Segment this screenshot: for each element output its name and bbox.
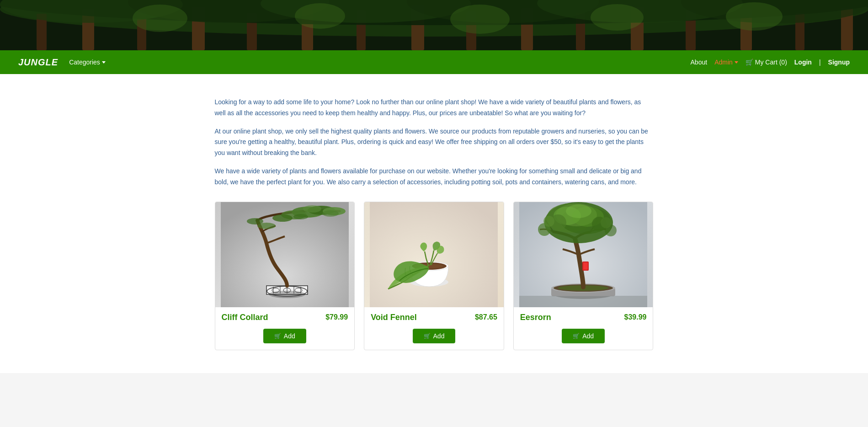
chevron-down-icon [102,61,106,64]
cart-label: My Cart (0) [755,59,787,66]
svg-point-47 [303,205,321,213]
svg-point-39 [269,291,305,298]
product-footer: 🛒 Add [215,326,355,350]
svg-point-28 [591,4,644,31]
plant-image-cliff-collard [215,202,355,307]
add-to-cart-button[interactable]: 🛒 Add [263,329,306,343]
admin-label: Admin [714,59,733,66]
product-card: Eesrorn $39.99 🛒 Add [513,202,654,350]
navbar-right: About Admin 🛒 My Cart (0) Login | Signup [691,59,850,66]
add-to-cart-button[interactable]: 🛒 Add [562,329,605,343]
svg-point-44 [272,214,293,222]
product-price: $79.99 [325,313,348,321]
cart-icon: 🛒 [424,333,431,339]
add-label: Add [582,332,594,340]
login-link[interactable]: Login [794,59,812,66]
svg-point-49 [293,214,308,219]
svg-point-27 [450,5,510,34]
product-footer: 🛒 Add [514,326,653,350]
product-footer: 🛒 Add [364,326,504,350]
svg-point-26 [295,3,345,29]
product-name: Void Fennel [371,313,417,322]
chevron-down-icon [735,61,738,64]
admin-dropdown[interactable]: Admin [714,59,738,66]
product-info: Void Fennel $87.65 [364,307,504,326]
nav-divider: | [819,59,821,66]
product-name: Eesrorn [520,313,551,322]
brand-logo[interactable]: JUNGLE [18,57,58,68]
hero-banner [0,0,868,50]
categories-label: Categories [69,59,100,66]
svg-point-78 [601,217,612,228]
svg-point-48 [322,210,339,217]
products-section: Cliff Collard $79.99 🛒 Add [215,202,654,350]
cart-link[interactable]: 🛒 My Cart (0) [746,59,787,66]
svg-point-77 [543,216,554,227]
products-grid: Cliff Collard $79.99 🛒 Add [215,202,654,350]
svg-point-46 [247,218,263,224]
plant-image-eesrorn [514,202,653,307]
svg-rect-63 [519,296,647,307]
add-label: Add [284,332,295,340]
product-image-container [514,202,653,307]
svg-point-72 [566,204,591,218]
product-price: $39.99 [624,313,647,321]
add-to-cart-button[interactable]: 🛒 Add [413,329,456,343]
intro-paragraph-3: We have a wide variety of plants and flo… [215,166,654,188]
intro-paragraph-1: Looking for a way to add some life to yo… [215,97,654,119]
signup-link[interactable]: Signup [828,59,850,66]
product-image-container [364,202,504,307]
cart-icon: 🛒 [573,333,580,339]
categories-dropdown[interactable]: Categories [69,59,106,66]
cart-icon: 🛒 [746,59,753,66]
product-info: Cliff Collard $79.99 [215,307,355,326]
product-price: $87.65 [475,313,497,321]
about-link[interactable]: About [691,59,708,66]
product-name: Cliff Collard [222,313,268,322]
svg-point-29 [726,2,783,31]
navbar: JUNGLE Categories About Admin 🛒 My Cart … [0,50,868,74]
main-content: Looking for a way to add some life to yo… [206,83,663,364]
svg-rect-51 [370,202,498,307]
navbar-left: JUNGLE Categories [18,57,106,68]
svg-point-25 [133,5,187,32]
product-info: Eesrorn $39.99 [514,307,653,326]
product-image-container [215,202,355,307]
plant-image-void-fennel [364,202,504,307]
product-card: Void Fennel $87.65 🛒 Add [364,202,504,350]
svg-rect-65 [583,262,588,270]
add-label: Add [433,332,445,340]
product-card: Cliff Collard $79.99 🛒 Add [215,202,355,350]
intro-paragraph-2: At our online plant shop, we only sell t… [215,126,654,159]
cart-icon: 🛒 [274,333,281,339]
